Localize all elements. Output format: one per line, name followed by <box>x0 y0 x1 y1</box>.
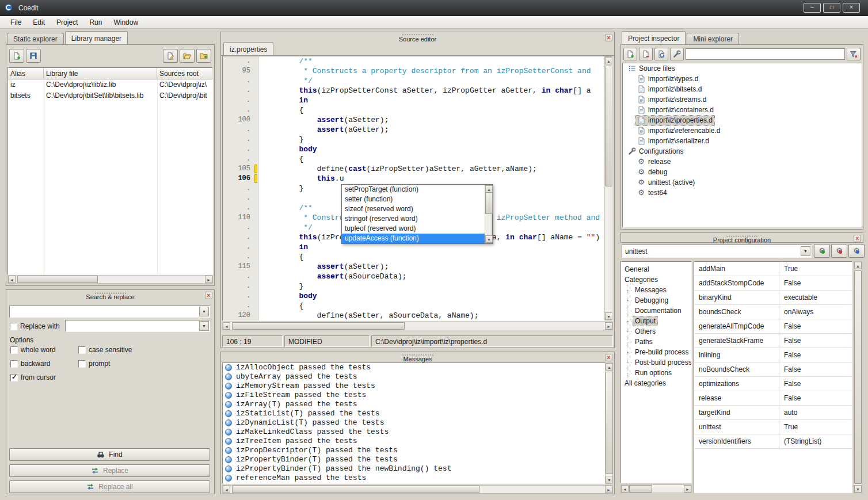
gutter-cell[interactable]: . <box>223 144 258 154</box>
gutter-cell[interactable]: . <box>223 272 258 281</box>
message-row[interactable]: izFileStream passed the tests <box>223 391 612 400</box>
scroll-thumb[interactable] <box>606 372 613 474</box>
menu-window[interactable]: Window <box>108 17 144 28</box>
message-row[interactable]: ubyteArray passed the tests <box>223 372 612 381</box>
category-others[interactable]: Others <box>627 326 691 337</box>
tree-item-release[interactable]: ⚙release <box>623 157 861 167</box>
configuration-value[interactable]: unittest <box>622 247 801 255</box>
gutter-cell[interactable]: . <box>223 291 258 301</box>
checkbox-whole-word[interactable]: whole word <box>10 345 78 354</box>
message-row[interactable]: izPropertyBinder(T) passed the tests <box>223 455 612 464</box>
doc-remove-button[interactable] <box>639 48 653 60</box>
scroll-left-icon[interactable]: ◄ <box>223 322 230 330</box>
categories-hscrollbar[interactable]: ◄► <box>620 484 692 493</box>
gutter-cell[interactable]: 110 <box>223 213 258 223</box>
property-row[interactable]: releaseFalse <box>694 391 852 406</box>
scroll-thumb[interactable] <box>232 486 479 493</box>
gutter-cell[interactable]: . <box>223 193 258 203</box>
message-row[interactable]: izDynamicList(T) passed the tests <box>223 418 612 428</box>
scroll-up-icon[interactable]: ▲ <box>605 57 612 64</box>
property-row[interactable]: optimizationsFalse <box>694 377 852 391</box>
gutter-cell[interactable]: 95 <box>223 66 258 76</box>
replace-term-combo[interactable]: ▼ <box>65 320 210 332</box>
wrench-button[interactable] <box>670 48 684 60</box>
category-documentation[interactable]: Documentation <box>627 306 691 316</box>
property-row[interactable]: targetKindauto <box>694 406 852 420</box>
completion-item[interactable]: stringof (reserved word) <box>342 214 485 224</box>
message-row[interactable]: izTreeItem passed the tests <box>223 437 612 446</box>
scroll-right-icon[interactable]: ► <box>684 485 691 493</box>
category-pre-build-process[interactable]: Pre-build process <box>627 347 691 357</box>
property-row[interactable]: generateStackFrameFalse <box>694 334 852 348</box>
gutter-cell[interactable]: . <box>223 96 258 105</box>
scroll-thumb[interactable] <box>629 485 652 493</box>
scroll-right-icon[interactable]: ► <box>205 276 212 283</box>
code-line[interactable]: . { <box>223 252 605 262</box>
replace-button[interactable]: Replace <box>9 464 210 477</box>
configuration-selector[interactable]: unittest ▼ <box>622 245 812 258</box>
code-line[interactable]: 106 this.u <box>223 174 605 184</box>
column-header-sources-root[interactable]: Sources root <box>157 68 212 79</box>
property-row[interactable]: addStackStompCodeFalse <box>694 276 852 291</box>
gutter-cell[interactable]: . <box>223 105 258 115</box>
doc-refresh-button[interactable] <box>654 48 668 60</box>
property-value[interactable]: False <box>779 334 852 348</box>
scroll-left-icon[interactable]: ◄ <box>8 276 16 283</box>
gutter-cell[interactable]: . <box>223 223 258 232</box>
scroll-down-icon[interactable]: ▼ <box>605 312 612 320</box>
property-value[interactable]: auto <box>779 406 852 419</box>
gutter-cell[interactable]: . <box>223 125 258 135</box>
property-value[interactable]: False <box>779 362 852 376</box>
gear-clone-button[interactable]: ⚙ <box>848 244 865 258</box>
chevron-down-icon[interactable]: ▼ <box>199 307 209 316</box>
tree-item-unittest-active[interactable]: ⚙unittest (active) <box>623 177 861 188</box>
property-row[interactable]: boundsCheckonAlways <box>694 305 852 319</box>
property-value[interactable]: onAlways <box>779 305 852 319</box>
tree-item-configurations[interactable]: Configurations <box>623 146 861 157</box>
checkbox-backward[interactable]: backward <box>10 359 78 368</box>
property-value[interactable]: False <box>779 319 852 333</box>
close-icon[interactable]: × <box>605 34 612 41</box>
library-hscrollbar[interactable]: ◄► <box>7 275 213 284</box>
tree-item-import-iz-types-d[interactable]: import\iz\types.d <box>623 74 861 84</box>
property-value[interactable]: False <box>779 348 852 362</box>
tree-item-import-iz-properties-d[interactable]: import\iz\properties.d <box>623 115 861 125</box>
gutter-cell[interactable]: 115 <box>223 262 258 272</box>
gutter-cell[interactable]: . <box>223 76 258 86</box>
tree-item-import-iz-serializer-d[interactable]: import\iz\serializer.d <box>623 136 861 146</box>
scroll-up-icon[interactable]: ▲ <box>606 363 613 371</box>
code-line[interactable]: . /** <box>223 56 605 66</box>
checkbox-prompt[interactable]: prompt <box>78 359 132 368</box>
gutter-cell[interactable]: . <box>223 242 258 252</box>
message-row[interactable]: izMemoryStream passed the tests <box>223 381 612 391</box>
tree-item-import-iz-referencable-d[interactable]: import\iz\referencable.d <box>623 125 861 136</box>
code-line[interactable]: 100 assert(aSetter); <box>223 115 605 125</box>
message-row[interactable]: izMakeLinkedClass passed the tests <box>223 428 612 437</box>
gutter-cell[interactable]: . <box>223 184 258 193</box>
grid-vscrollbar[interactable]: ▲▼ <box>854 261 862 493</box>
code-line[interactable]: 105 define(cast(izPropSetter)aSetter, aG… <box>223 164 605 174</box>
tree-item-test64[interactable]: ⚙test64 <box>623 188 861 198</box>
search-term-combo[interactable]: ▼ <box>9 306 210 318</box>
editor-vscrollbar[interactable]: ▲▼ <box>604 56 612 320</box>
code-line[interactable]: 95 * Constructs a property descriptor fr… <box>223 66 605 76</box>
folder-open-button[interactable] <box>180 49 195 63</box>
column-header-alias[interactable]: Alias <box>8 68 44 79</box>
property-value[interactable]: False <box>779 377 852 391</box>
category-paths[interactable]: Paths <box>627 337 691 347</box>
category-general[interactable]: General <box>621 264 691 274</box>
tab-iz-properties[interactable]: iz.properties <box>223 42 273 55</box>
menu-project[interactable]: Project <box>51 17 83 28</box>
scroll-right-icon[interactable]: ► <box>605 322 612 330</box>
category-categories[interactable]: Categories <box>621 274 691 285</box>
scroll-up-icon[interactable]: ▲ <box>854 262 862 269</box>
tree-item-debug[interactable]: ⚙debug <box>623 167 861 177</box>
gutter-cell[interactable]: . <box>223 232 258 242</box>
checkbox-from-cursor[interactable]: ✓from cursor <box>10 373 78 382</box>
gutter-cell[interactable]: . <box>223 252 258 262</box>
menu-edit[interactable]: Edit <box>27 17 51 28</box>
completion-item[interactable]: setPropTarget (function) <box>342 185 485 194</box>
doc-edit-button[interactable] <box>163 49 178 63</box>
tree-item-import-iz-bitsets-d[interactable]: import\iz\bitsets.d <box>623 84 861 94</box>
close-button[interactable]: × <box>843 3 860 13</box>
